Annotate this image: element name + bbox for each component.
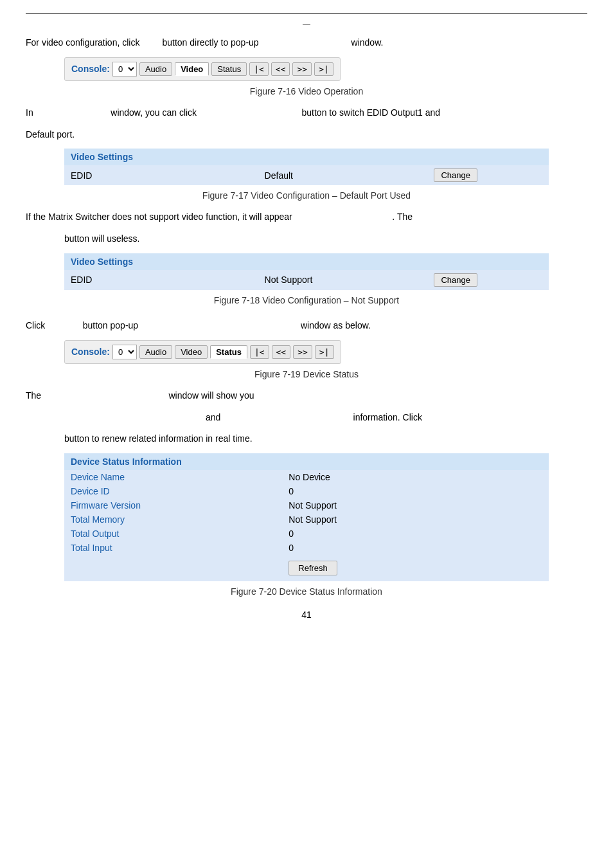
settings-header-2: Video Settings bbox=[64, 253, 549, 270]
video-settings-table-2: Video Settings EDID Not Support Change bbox=[64, 253, 549, 290]
total-input-label: Total Input bbox=[64, 541, 282, 555]
change-btn-2[interactable]: Change bbox=[434, 273, 477, 287]
video-btn-2[interactable]: Video bbox=[175, 345, 208, 359]
audio-btn-1[interactable]: Audio bbox=[139, 62, 172, 76]
nav-first-2[interactable]: |< bbox=[250, 345, 269, 359]
video-btn-1[interactable]: Video bbox=[175, 62, 209, 76]
matrix-part2: . The bbox=[392, 212, 413, 222]
firmware-value: Not Support bbox=[282, 498, 549, 512]
nav-first-1[interactable]: |< bbox=[249, 62, 269, 76]
table-row: Device Name No Device bbox=[64, 470, 549, 484]
table-row: Total Output 0 bbox=[64, 527, 549, 541]
figure-16-caption: Figure 7-16 Video Operation bbox=[26, 86, 587, 96]
edid-label-1: EDID bbox=[64, 165, 258, 185]
device-name-value: No Device bbox=[282, 470, 549, 484]
firmware-label: Firmware Version bbox=[64, 498, 282, 512]
device-name-label: Device Name bbox=[64, 470, 282, 484]
edid-part1: In bbox=[26, 107, 33, 118]
nav-next-2[interactable]: >> bbox=[293, 345, 312, 359]
console-label-2: Console: bbox=[71, 347, 110, 357]
table-row: Total Input 0 bbox=[64, 541, 549, 555]
the-part3: and bbox=[206, 412, 220, 422]
the-part2: window will show you bbox=[169, 390, 254, 401]
console-select-1[interactable]: 0 bbox=[112, 62, 137, 77]
total-memory-value: Not Support bbox=[282, 512, 549, 527]
dash-center: — bbox=[26, 20, 587, 29]
intro-part1: For video configuration, click bbox=[26, 37, 139, 48]
device-status-table: Device Status Information Device Name No… bbox=[64, 453, 549, 581]
audio-btn-2[interactable]: Audio bbox=[139, 345, 172, 359]
change-btn-1[interactable]: Change bbox=[434, 168, 477, 182]
status-btn-2[interactable]: Status bbox=[210, 345, 247, 359]
edid-part3: button to switch EDID Output1 and bbox=[302, 107, 441, 118]
table-row: Refresh bbox=[64, 555, 549, 581]
the-part1: The bbox=[26, 390, 41, 401]
edid-part4: Default port. bbox=[26, 129, 75, 140]
nav-next-1[interactable]: >> bbox=[292, 62, 312, 76]
edid-paragraph: In window, you can click button to switc… bbox=[26, 105, 587, 121]
intro-paragraph: For video configuration, click button di… bbox=[26, 35, 587, 51]
status-btn-1[interactable]: Status bbox=[211, 62, 247, 76]
console-toolbar-1: Console: 0 Audio Video Status |< << >> >… bbox=[64, 57, 341, 81]
video-settings-table-1: Video Settings EDID Default Change bbox=[64, 149, 549, 185]
edid-label-2: EDID bbox=[64, 270, 258, 290]
the-paragraph: The window will show you bbox=[26, 388, 587, 404]
table-row: Total Memory Not Support bbox=[64, 512, 549, 527]
click-part1: Click bbox=[26, 320, 45, 330]
figure-18-caption: Figure 7-18 Video Configuration – Not Su… bbox=[26, 295, 587, 305]
renew-paragraph: button to renew related information in r… bbox=[64, 431, 549, 447]
matrix-button-para: button will useless. bbox=[64, 231, 549, 247]
total-output-label: Total Output bbox=[64, 527, 282, 541]
nav-prev-1[interactable]: << bbox=[271, 62, 290, 76]
table-row: Device ID 0 bbox=[64, 484, 549, 498]
device-status-body: Device Name No Device Device ID 0 Firmwa… bbox=[64, 470, 549, 581]
nav-prev-2[interactable]: << bbox=[272, 345, 291, 359]
matrix-paragraph: If the Matrix Switcher does not support … bbox=[26, 210, 587, 225]
edid-part2: window, you can click bbox=[111, 107, 197, 118]
figure-19-caption: Figure 7-19 Device Status bbox=[26, 369, 587, 379]
table-row: Firmware Version Not Support bbox=[64, 498, 549, 512]
matrix-part1: If the Matrix Switcher does not support … bbox=[26, 212, 292, 222]
figure-17-caption: Figure 7-17 Video Configuration – Defaul… bbox=[26, 190, 587, 201]
intro-part2: button directly to pop-up bbox=[162, 37, 258, 48]
nav-last-2[interactable]: >| bbox=[315, 345, 334, 359]
click-part3: window as below. bbox=[301, 320, 371, 330]
page-number: 41 bbox=[26, 610, 587, 620]
total-input-value: 0 bbox=[282, 541, 549, 555]
the-part5: button to renew related information in r… bbox=[64, 433, 253, 444]
edid-value-1: Default bbox=[258, 165, 428, 185]
matrix-part3: button will useless. bbox=[64, 233, 140, 244]
and-paragraph: and information. Click bbox=[26, 410, 587, 426]
nav-last-1[interactable]: >| bbox=[314, 62, 333, 76]
top-divider bbox=[26, 13, 587, 14]
total-memory-label: Total Memory bbox=[64, 512, 282, 527]
intro-part3: window. bbox=[351, 37, 384, 48]
edid-default-para: Default port. bbox=[26, 127, 587, 143]
device-id-label: Device ID bbox=[64, 484, 282, 498]
console-toolbar-2: Console: 0 Audio Video Status |< << >> >… bbox=[64, 340, 341, 364]
click-paragraph: Click button pop-up window as below. bbox=[26, 318, 587, 334]
settings-header-1: Video Settings bbox=[64, 149, 549, 165]
figure-20-caption: Figure 7-20 Device Status Information bbox=[26, 586, 587, 597]
the-part4: information. Click bbox=[353, 412, 422, 422]
console-label-1: Console: bbox=[71, 64, 110, 74]
console-select-2[interactable]: 0 bbox=[112, 345, 137, 359]
edid-value-2: Not Support bbox=[258, 270, 428, 290]
device-status-header: Device Status Information bbox=[64, 453, 549, 470]
click-part2: button pop-up bbox=[83, 320, 138, 330]
refresh-button[interactable]: Refresh bbox=[289, 561, 337, 575]
device-id-value: 0 bbox=[282, 484, 549, 498]
total-output-value: 0 bbox=[282, 527, 549, 541]
